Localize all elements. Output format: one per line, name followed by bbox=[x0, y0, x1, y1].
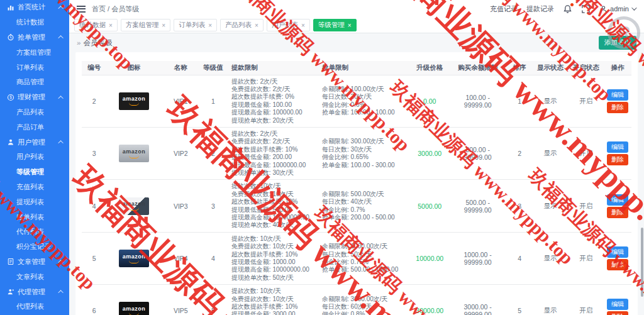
sidebar-item-label: 用户管理 bbox=[18, 138, 45, 147]
article-icon bbox=[6, 258, 14, 266]
sidebar-item-label: 抢单管理 bbox=[18, 33, 45, 42]
cell-grab-limits: 余额限制: 100.00次/天每日次数: 20次/天佣金比例: 0.6%抢单金额… bbox=[317, 75, 411, 127]
sidebar-item-8[interactable]: 产品订单 bbox=[0, 119, 69, 135]
levels-table: 编号图标名称等级值提款限制抢单限制升级价格购买余额限制排序显示状态开启状态操作 … bbox=[82, 61, 631, 315]
tab-close-icon[interactable]: × bbox=[348, 22, 352, 29]
sidebar-item-1[interactable]: 统计数据 bbox=[0, 15, 69, 30]
cell-grab-limits: 余额限制: 3000.00次/天每日次数: 60次/天佣金比例: 0.8%抢单金… bbox=[317, 285, 411, 315]
sidebar-item-12[interactable]: 充值列表 bbox=[0, 180, 69, 195]
cell-buy-balance-range: 100.00 - 99999.00 bbox=[449, 75, 507, 127]
column-header: 排序 bbox=[507, 61, 533, 75]
sidebar-item-label: 代理管理 bbox=[18, 287, 45, 297]
sidebar-item-11[interactable]: 等级管理 bbox=[0, 165, 69, 180]
sidebar-item-label: 理财管理 bbox=[18, 92, 45, 102]
cell-open-status: 开启 bbox=[568, 180, 604, 232]
notification-dot bbox=[570, 3, 574, 6]
limit-line: 提现最低金额: 200.00 bbox=[231, 153, 314, 161]
limit-line: 提现最高金额: 10000000.00 bbox=[231, 266, 314, 274]
cell-number: 3 bbox=[82, 127, 106, 179]
limit-line: 每日次数: 40次/天 bbox=[322, 198, 408, 206]
sidebar-item-10[interactable]: 用户列表 bbox=[0, 150, 69, 165]
sidebar-item-17[interactable]: 文章管理 bbox=[0, 255, 69, 270]
delete-button[interactable]: 删除 bbox=[607, 207, 628, 218]
user-menu[interactable]: admin bbox=[599, 5, 635, 13]
tab-0[interactable]: 统计数据× bbox=[74, 19, 118, 31]
sidebar-item-label: 产品列表 bbox=[16, 108, 44, 117]
cell-grab-limits: 余额限制: 500.00次/天每日次数: 40次/天佣金比例: 0.7%抢单金额… bbox=[317, 180, 411, 232]
tab-close-icon[interactable]: × bbox=[255, 22, 258, 29]
sidebar-item-19[interactable]: 代理管理 bbox=[0, 284, 69, 299]
tab-4[interactable]: 用户列表× bbox=[267, 19, 310, 31]
cell-buy-balance-range: 3000.00 - 99999.00 bbox=[449, 285, 507, 315]
limit-line: 提款次数: 2次/天 bbox=[231, 78, 314, 86]
tab-3[interactable]: 产品列表× bbox=[220, 19, 264, 31]
sidebar-item-15[interactable]: 代付列表 bbox=[0, 224, 69, 240]
sidebar-item-16[interactable]: 积分宝记录 bbox=[0, 240, 69, 255]
menu-toggle-icon[interactable] bbox=[77, 4, 86, 14]
limit-line: 免费提款次数: 10次/天 bbox=[231, 296, 314, 303]
cell-upgrade-price: 10000.00 bbox=[411, 232, 449, 284]
sidebar-item-label: 方案组管理 bbox=[16, 48, 51, 57]
sidebar-item-13[interactable]: 提现列表 bbox=[0, 194, 69, 209]
delete-button[interactable]: 删除 bbox=[607, 102, 628, 113]
user-icon bbox=[6, 138, 14, 146]
cell-show-status: 显示 bbox=[533, 127, 569, 179]
cell-upgrade-price: 0.00 bbox=[411, 75, 449, 127]
edit-button[interactable]: 编辑 bbox=[607, 246, 628, 258]
sidebar-item-7[interactable]: 产品列表 bbox=[0, 105, 69, 120]
cell-withdraw-limits: 提款次数: 10次/天免费提款次数: 10次/天超次数提款手续费: 10%提现最… bbox=[226, 232, 317, 284]
cell-sort: 5 bbox=[507, 285, 533, 315]
cell-withdraw-limits: 提款次数: 2次/天免费提款次数: 2次/天超次数提款手续费: 10%提现最低金… bbox=[226, 127, 317, 179]
delete-button[interactable]: 删除 bbox=[607, 259, 628, 270]
cell-icon: amazon bbox=[106, 232, 161, 284]
edit-button[interactable]: 编辑 bbox=[607, 299, 628, 310]
edit-button[interactable]: 编辑 bbox=[607, 194, 628, 206]
bell-icon[interactable] bbox=[563, 4, 572, 14]
sidebar-item-14[interactable]: 账单列表 bbox=[0, 209, 69, 224]
withdraw-records-link[interactable]: 提款记录 bbox=[526, 4, 554, 14]
sidebar-item-label: 商品管理 bbox=[16, 77, 44, 87]
fullscreen-icon[interactable] bbox=[581, 4, 591, 14]
cell-icon: amazon bbox=[106, 180, 161, 232]
sidebar-item-5[interactable]: 商品管理 bbox=[0, 75, 69, 90]
sidebar-item-label: 订单列表 bbox=[16, 63, 44, 72]
tab-close-icon[interactable]: × bbox=[162, 22, 165, 29]
cell-grab-limits: 余额限制: 1000.00次/天每日次数: 50次/天佣金比例: 0.75%抢单… bbox=[317, 232, 411, 284]
sidebar-item-label: 文章管理 bbox=[18, 257, 45, 267]
sidebar-item-0[interactable]: 首页统计 bbox=[0, 0, 69, 15]
limit-line: 余额限制: 100.00次/天 bbox=[322, 86, 408, 93]
column-header: 购买余额限制 bbox=[449, 61, 507, 75]
tab-5[interactable]: 等级管理× bbox=[313, 19, 357, 31]
limit-line: 提现抢单次数: 40次/天 bbox=[231, 221, 314, 229]
tab-1[interactable]: 方案组管理× bbox=[121, 19, 170, 31]
limit-line: 佣金比例: 0.8% bbox=[322, 311, 408, 315]
chevron-up-icon bbox=[58, 140, 63, 145]
sidebar-item-3[interactable]: 方案组管理 bbox=[0, 45, 69, 60]
tab-close-icon[interactable]: × bbox=[301, 22, 305, 29]
tab-close-icon[interactable]: × bbox=[208, 22, 212, 29]
cell-show-status: 显示 bbox=[533, 180, 569, 232]
delete-button[interactable]: 删除 bbox=[607, 311, 628, 315]
edit-button[interactable]: 编辑 bbox=[607, 141, 628, 153]
sidebar-item-4[interactable]: 订单列表 bbox=[0, 60, 69, 75]
table-row: 3 amazon VIP2 2 提款次数: 2次/天免费提款次数: 2次/天超次… bbox=[82, 127, 631, 179]
sidebar-item-2[interactable]: 抢单管理 bbox=[0, 30, 69, 45]
sidebar-item-6[interactable]: $理财管理 bbox=[0, 90, 69, 105]
amazon-logo: amazon bbox=[119, 145, 149, 162]
limit-line: 超次数提款手续费: 0% bbox=[231, 93, 314, 101]
tab-2[interactable]: 订单列表× bbox=[174, 19, 217, 31]
edit-button[interactable]: 编辑 bbox=[607, 89, 628, 101]
sidebar-item-20[interactable]: 代理列表 bbox=[0, 299, 69, 314]
column-header: 等级值 bbox=[200, 61, 226, 75]
cell-actions: 编辑 删除 bbox=[604, 180, 631, 232]
cell-open-status: 开启 bbox=[568, 75, 604, 127]
sidebar-item-18[interactable]: 文章列表 bbox=[0, 269, 69, 284]
limit-line: 提款次数: 10次/天 bbox=[231, 235, 314, 243]
tab-close-icon[interactable]: × bbox=[109, 22, 113, 29]
recharge-records-link[interactable]: 充值记录 bbox=[490, 4, 518, 14]
page-scrollbar[interactable] bbox=[641, 228, 643, 297]
money-icon: $ bbox=[6, 93, 14, 101]
limit-line: 提现抢单次数: 50次/天 bbox=[231, 274, 314, 282]
delete-button[interactable]: 删除 bbox=[607, 154, 628, 165]
sidebar-item-9[interactable]: 用户管理 bbox=[0, 135, 69, 150]
